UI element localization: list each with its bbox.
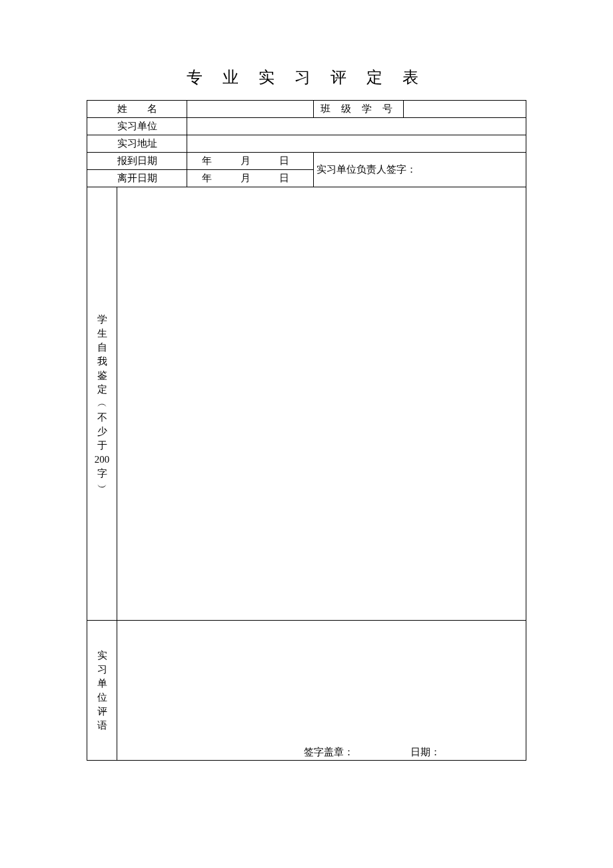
page-title: 专 业 实 习 评 定 表 [87, 67, 526, 88]
field-leave-date[interactable]: 年 月 日 [187, 170, 314, 187]
label-report-date: 报到日期 [87, 153, 187, 170]
field-self-evaluation[interactable] [117, 187, 526, 621]
label-unit: 实习单位 [87, 118, 187, 135]
label-address: 实习地址 [87, 135, 187, 153]
label-class-no: 班 级 学 号 [314, 101, 404, 118]
label-self-evaluation: 学生自我鉴定︵不少于200字︶ [87, 187, 117, 621]
label-sign-seal: 签字盖章： [304, 745, 354, 759]
field-report-date[interactable]: 年 月 日 [187, 153, 314, 170]
label-supervisor-sign[interactable]: 实习单位负责人签字： [314, 153, 526, 187]
field-unit[interactable] [187, 118, 526, 135]
label-unit-comment: 实习单位评语 [87, 621, 117, 761]
evaluation-form-table: 姓 名 班 级 学 号 实习单位 实习地址 报到日期 年 月 日 实习单位负责人… [87, 100, 526, 761]
field-address[interactable] [187, 135, 526, 153]
label-name: 姓 名 [87, 101, 187, 118]
field-name[interactable] [187, 101, 314, 118]
label-leave-date: 离开日期 [87, 170, 187, 187]
label-date: 日期： [410, 745, 440, 759]
field-unit-comment[interactable]: 签字盖章： 日期： [117, 621, 526, 761]
field-class-no[interactable] [404, 101, 526, 118]
